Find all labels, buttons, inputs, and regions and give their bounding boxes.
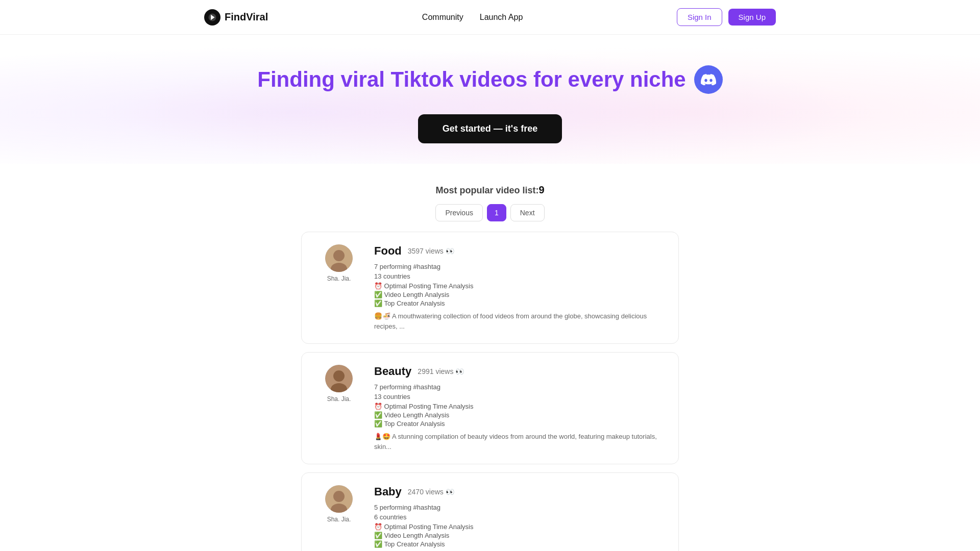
main-nav: Community Launch App [422,13,523,22]
card-right-baby: Baby 2470 views 👀 5 performing #hashtag … [374,485,664,551]
card-desc-food: 🍔🍜 A mouthwatering collection of food vi… [374,311,664,331]
svg-point-2 [333,250,345,261]
card-left-baby: Sha. Jia. [316,485,362,523]
video-card-food: Sha. Jia. Food 3597 views 👀 7 performing… [301,232,679,344]
page-1-button[interactable]: 1 [487,204,506,221]
card-desc-beauty: 💄🤩 A stunning compilation of beauty vide… [374,432,664,452]
logo-text: FindViral [225,11,268,23]
card-hashtags-baby: 5 performing #hashtag [374,504,664,511]
username-beauty: Sha. Jia. [327,395,351,403]
svg-point-8 [333,491,345,502]
avatar-baby [325,485,353,513]
card-feature3-beauty: ✅ Top Creator Analysis [374,420,664,428]
card-feature3-food: ✅ Top Creator Analysis [374,299,664,307]
card-feature1-food: ⏰ Optimal Posting Time Analysis [374,282,664,290]
card-left-beauty: Sha. Jia. [316,365,362,403]
card-countries-baby: 6 countries [374,513,664,521]
next-button[interactable]: Next [510,204,545,221]
discord-icon [694,65,723,94]
cta-button[interactable]: Get started — it's free [418,114,562,143]
card-views-food: 3597 views 👀 [408,247,454,255]
signin-button[interactable]: Sign In [677,8,722,26]
card-feature2-beauty: ✅ Video Length Analysis [374,411,664,419]
card-countries-beauty: 13 countries [374,393,664,400]
username-baby: Sha. Jia. [327,516,351,523]
card-title-row-baby: Baby 2470 views 👀 [374,485,664,498]
logo-icon [204,9,220,26]
popular-title: Most popular video list:9 [301,184,679,196]
card-views-beauty: 2991 views 👀 [418,367,464,375]
username-food: Sha. Jia. [327,275,351,282]
card-right-beauty: Beauty 2991 views 👀 7 performing #hashta… [374,365,664,452]
card-feature2-food: ✅ Video Length Analysis [374,291,664,298]
header: FindViral Community Launch App Sign In S… [0,0,980,35]
avatar-food [325,244,353,272]
hero-section: Finding viral Tiktok videos for every ni… [0,35,980,164]
previous-button[interactable]: Previous [435,204,482,221]
nav-launch-app[interactable]: Launch App [480,13,523,22]
video-card-baby: Sha. Jia. Baby 2470 views 👀 5 performing… [301,472,679,551]
card-feature3-baby: ✅ Top Creator Analysis [374,540,664,548]
card-feature1-beauty: ⏰ Optimal Posting Time Analysis [374,403,664,410]
card-title-row-food: Food 3597 views 👀 [374,244,664,258]
card-feature1-baby: ⏰ Optimal Posting Time Analysis [374,523,664,531]
card-title-baby: Baby [374,485,402,498]
avatar-beauty [325,365,353,392]
video-card-beauty: Sha. Jia. Beauty 2991 views 👀 7 performi… [301,352,679,464]
hero-title: Finding viral Tiktok videos for every ni… [257,65,722,94]
popular-section: Most popular video list:9 Previous 1 Nex… [291,184,689,551]
card-title-beauty: Beauty [374,365,411,378]
svg-point-5 [333,370,345,382]
pagination: Previous 1 Next [301,204,679,221]
card-left-food: Sha. Jia. [316,244,362,282]
card-feature2-baby: ✅ Video Length Analysis [374,532,664,539]
card-hashtags-beauty: 7 performing #hashtag [374,383,664,391]
header-actions: Sign In Sign Up [677,8,776,26]
card-hashtags-food: 7 performing #hashtag [374,263,664,270]
signup-button[interactable]: Sign Up [728,9,776,26]
card-views-baby: 2470 views 👀 [408,488,454,496]
nav-community[interactable]: Community [422,13,463,22]
card-right-food: Food 3597 views 👀 7 performing #hashtag … [374,244,664,331]
card-title-food: Food [374,244,402,258]
card-countries-food: 13 countries [374,272,664,280]
card-title-row-beauty: Beauty 2991 views 👀 [374,365,664,378]
logo[interactable]: FindViral [204,9,268,26]
